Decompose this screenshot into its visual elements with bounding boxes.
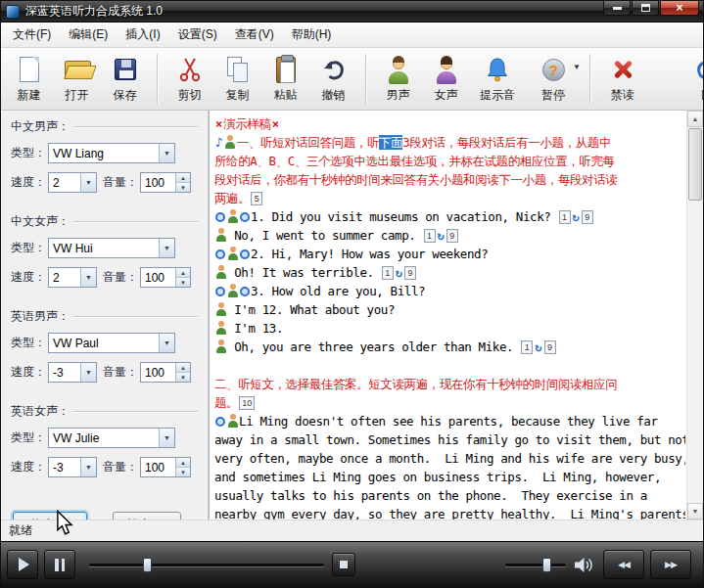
english-female-voice-type-select[interactable]: VW Julie ▼ <box>48 428 175 448</box>
chevron-down-icon[interactable]: ▼ <box>80 268 96 287</box>
pause-dropdown-arrow-icon[interactable]: ▼ <box>573 63 581 71</box>
english-male-voice-speed-select[interactable]: -3 ▼ <box>48 362 97 383</box>
english-male-voice-type-select[interactable]: VW Paul ▼ <box>48 333 175 353</box>
sound-icon <box>215 212 225 222</box>
progress-slider[interactable] <box>89 550 324 579</box>
editor-line: very often, maybe once a month. Li Ming … <box>214 449 685 468</box>
editor-line: No, I went to summer camp. 1↻9 <box>214 226 685 245</box>
male-voice-button[interactable]: 男声 <box>374 50 422 108</box>
spin-up-icon[interactable]: ▲ <box>176 458 190 467</box>
menu-settings[interactable]: 设置(S) <box>169 23 226 47</box>
chevron-down-icon[interactable]: ▼ <box>159 144 174 162</box>
chevron-down-icon[interactable]: ▼ <box>159 334 174 352</box>
volume-label: 音量： <box>103 364 140 381</box>
volume-thumb[interactable] <box>542 558 551 572</box>
editor-scrollbar[interactable]: ▲ ▼ <box>686 111 703 520</box>
chinese-female-voice-volume-input[interactable]: 100 ▲▼ <box>140 267 191 288</box>
menu-insert[interactable]: 插入(I) <box>117 23 168 47</box>
stop-media-button[interactable] <box>332 553 355 576</box>
app-icon <box>6 5 20 19</box>
editor-text: 二、听短文，选择最佳答案。短文读两遍，现在你有十秒钟的时间阅读相应问 <box>214 377 617 391</box>
combo-value: 2 <box>49 268 80 287</box>
volume-label: 音量： <box>103 174 140 191</box>
chinese-male-voice-type-select[interactable]: VW Liang ▼ <box>48 143 175 163</box>
chinese-male-voice-speed-select[interactable]: 2 ▼ <box>48 172 97 193</box>
spin-down-icon[interactable]: ▼ <box>176 277 190 287</box>
repeat-icon: ↻ <box>573 208 580 226</box>
spin-down-icon[interactable]: ▼ <box>176 372 190 382</box>
undo-button[interactable]: 撤销 <box>309 50 357 108</box>
chevron-down-icon[interactable]: ▼ <box>80 363 96 382</box>
chinese-female-voice-speed-select[interactable]: 2 ▼ <box>48 267 97 288</box>
volume-slider[interactable] <box>505 550 566 579</box>
statusbar: 就绪 <box>1 520 703 541</box>
menu-help[interactable]: 帮助(H) <box>283 23 341 47</box>
chevron-down-icon[interactable]: ▼ <box>80 458 96 476</box>
repeat-icon: ↻ <box>535 339 541 356</box>
spin-up-icon[interactable]: ▲ <box>176 268 190 277</box>
scrollbar-thumb[interactable] <box>688 128 702 201</box>
selected-text: 下面 <box>379 135 402 150</box>
editor-line: 所给的A、B、C、三个选项中选出最佳选项，并标在试题的相应位置，听完每 <box>214 152 685 170</box>
speed-label: 速度： <box>11 459 48 475</box>
editor-line: 3. How old are you, Bill? <box>214 282 685 300</box>
spin-up-icon[interactable]: ▲ <box>176 363 190 372</box>
forbid-reading-button[interactable]: 禁读 <box>598 50 646 108</box>
open-folder-icon <box>59 54 96 85</box>
chinese-male-voice-volume-input[interactable]: 100 ▲▼ <box>140 172 191 193</box>
spin-down-icon[interactable]: ▼ <box>176 182 190 192</box>
alert-tone-button[interactable]: 提示音 <box>470 50 525 108</box>
chevron-down-icon[interactable]: ▼ <box>159 429 174 447</box>
spin-down-icon[interactable]: ▼ <box>176 467 190 476</box>
progress-thumb[interactable] <box>143 558 152 572</box>
editor-text: Oh, you are three years older than Mike. <box>227 339 520 354</box>
menu-view[interactable]: 查看(V) <box>226 23 283 47</box>
toolbar-separator <box>589 54 590 104</box>
english-female-voice-speed-select[interactable]: -3 ▼ <box>48 457 97 477</box>
editor-line: ♪一、听短对话回答问题，听下面3段对话，每段对话后有一小题，从题中 <box>214 133 685 152</box>
editor-text: I'm 13. <box>227 321 290 336</box>
open-button[interactable]: 打开 <box>53 50 101 108</box>
group-title: 英语女声： <box>11 403 70 420</box>
menubar: 文件(F) 编辑(E) 插入(I) 设置(S) 查看(V) 帮助(H) <box>1 23 703 48</box>
editor-content[interactable]: ×演示样稿×♪一、听短对话回答问题，听下面3段对话，每段对话后有一小题，从题中所… <box>210 111 686 520</box>
editor-line: ×演示样稿× <box>214 114 685 133</box>
play-icon <box>19 558 29 571</box>
return-button[interactable]: 回 <box>678 50 703 108</box>
close-button[interactable]: × <box>660 1 699 16</box>
x-mark-icon: × <box>272 115 279 133</box>
chevron-down-icon[interactable]: ▼ <box>159 239 174 257</box>
english-female-voice-volume-input[interactable]: 100 ▲▼ <box>140 457 191 477</box>
english-male-voice-volume-input[interactable]: 100 ▲▼ <box>140 362 191 383</box>
play-button[interactable] <box>7 550 38 579</box>
female-voice-button[interactable]: 女声 <box>422 50 470 108</box>
media-pause-button[interactable] <box>44 550 75 579</box>
spin-up-icon[interactable]: ▲ <box>176 173 190 182</box>
pause-marker-badge: 9 <box>446 229 458 243</box>
chevron-down-icon[interactable]: ▼ <box>80 173 96 192</box>
menu-file[interactable]: 文件(F) <box>4 23 60 47</box>
scroll-up-icon[interactable]: ▲ <box>687 111 703 127</box>
bell-icon <box>479 54 516 85</box>
cut-button[interactable]: 剪切 <box>165 50 213 108</box>
copy-icon <box>219 54 257 85</box>
rewind-button[interactable]: ◀◀ <box>603 550 644 579</box>
pause-reading-button[interactable]: ? ▼ 暂停 <box>525 50 582 108</box>
forward-icon: ▶▶ <box>665 560 677 569</box>
cut-scissors-icon <box>171 54 209 85</box>
save-button[interactable]: 保存 <box>101 50 149 108</box>
maximize-button[interactable] <box>632 1 659 16</box>
main-area: 中文男声： 类型： VW Liang ▼ 速度： 2 ▼ 音量： <box>1 111 703 520</box>
minimize-button[interactable] <box>603 1 631 16</box>
paste-button[interactable]: 粘贴 <box>261 50 309 108</box>
type-label: 类型： <box>11 240 48 256</box>
chinese-female-voice-type-select[interactable]: VW Hui ▼ <box>48 238 175 258</box>
editor-line: Oh! It was terrible. 1↻9 <box>214 263 685 282</box>
new-button[interactable]: 新建 <box>5 50 53 108</box>
menu-edit[interactable]: 编辑(E) <box>60 23 117 47</box>
sound-icon <box>240 249 250 259</box>
speed-label: 速度： <box>11 269 48 286</box>
copy-button[interactable]: 复制 <box>213 50 261 108</box>
forward-button[interactable]: ▶▶ <box>650 550 691 579</box>
scroll-down-icon[interactable]: ▼ <box>687 503 703 520</box>
